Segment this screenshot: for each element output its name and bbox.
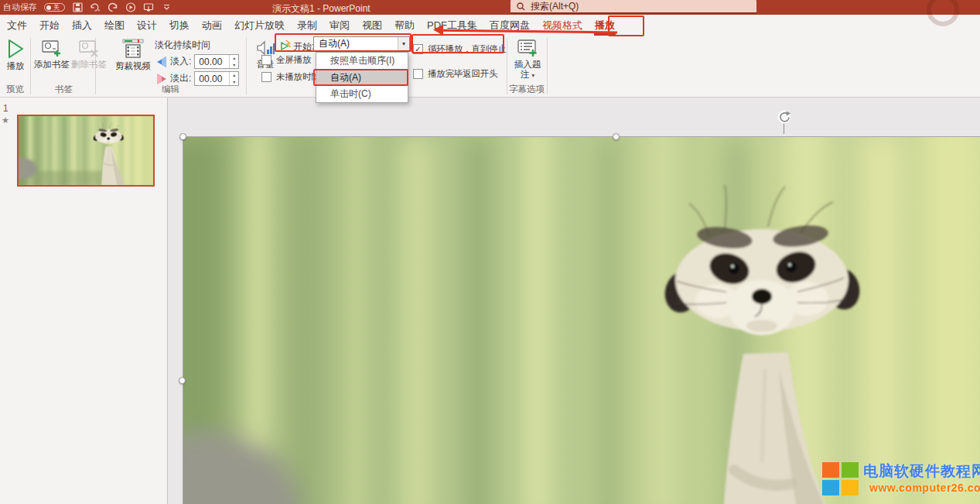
group-divider bbox=[547, 38, 548, 94]
tab-playback[interactable]: 播放 bbox=[592, 15, 618, 36]
rotation-handle-stem bbox=[784, 124, 784, 134]
insert-caption-icon bbox=[517, 39, 538, 57]
rotation-handle[interactable] bbox=[777, 110, 791, 124]
ribbon-tab-bar: 文件 开始 插入 绘图 设计 切换 动画 幻灯片放映 录制 审阅 视图 帮助 P… bbox=[0, 15, 980, 36]
video-object[interactable] bbox=[183, 137, 980, 504]
group-label-editing: 编辑 bbox=[95, 84, 246, 95]
fade-in-spinner[interactable]: ▴▾ bbox=[229, 55, 238, 68]
rotate-icon bbox=[777, 110, 791, 124]
search-placeholder: 搜索(Alt+Q) bbox=[531, 0, 579, 13]
logo-square-green bbox=[842, 462, 859, 478]
fade-in-input[interactable]: 00.00 ▴▾ bbox=[194, 54, 239, 69]
slide-1-thumbnail[interactable] bbox=[17, 115, 155, 187]
tab-design[interactable]: 设计 bbox=[134, 15, 160, 36]
watermark-site-name: 电脑软硬件教程网 bbox=[863, 461, 980, 482]
autosave-toggle[interactable]: 关 bbox=[44, 3, 65, 12]
workspace: 1 ★ bbox=[0, 98, 980, 504]
trim-video-button[interactable]: 剪裁视频 bbox=[114, 39, 152, 71]
tab-insert[interactable]: 插入 bbox=[69, 15, 95, 36]
spin-up-icon[interactable]: ▴ bbox=[230, 72, 238, 79]
start-dropdown[interactable]: 自动(A) ▾ bbox=[313, 36, 410, 51]
resize-handle-top-left[interactable] bbox=[179, 133, 186, 140]
play-button[interactable]: 播放 bbox=[3, 39, 28, 71]
search-icon bbox=[517, 2, 525, 11]
fade-in-value: 00.00 bbox=[195, 57, 229, 67]
menu-item-automatically[interactable]: 自动(A) bbox=[316, 69, 408, 86]
spin-down-icon[interactable]: ▾ bbox=[230, 62, 238, 69]
fade-in-row: 淡入: 00.00 ▴▾ bbox=[156, 54, 239, 69]
ribbon-playback: 播放 预览 添加书签 删除书签 书签 剪裁视频 淡化持续时间 淡入: 00.00… bbox=[0, 36, 980, 98]
remove-bookmark-button: 删除书签 bbox=[71, 39, 107, 70]
checkbox-checked-icon[interactable]: ✓ bbox=[413, 44, 423, 54]
tab-animations[interactable]: 动画 bbox=[199, 15, 225, 36]
document-title: 演示文稿1 - PowerPoint bbox=[272, 2, 370, 15]
tab-slideshow[interactable]: 幻灯片放映 bbox=[231, 15, 288, 36]
start-icon bbox=[280, 39, 292, 54]
start-slideshow-button[interactable] bbox=[125, 2, 136, 13]
slide-canvas bbox=[168, 98, 980, 504]
tab-view[interactable]: 视图 bbox=[359, 15, 385, 36]
chevron-down-icon bbox=[163, 5, 170, 10]
site-watermark: 电脑软硬件教程网 www.computer26.com bbox=[818, 460, 980, 500]
checkbox-unchecked-icon[interactable] bbox=[261, 72, 271, 82]
tab-help[interactable]: 帮助 bbox=[391, 15, 418, 36]
resize-handle-middle-left[interactable] bbox=[179, 377, 186, 384]
fullscreen-checkbox[interactable]: 全屏播放 bbox=[261, 54, 311, 66]
undo-button[interactable] bbox=[90, 2, 101, 13]
fade-duration-label: 淡化持续时间 bbox=[155, 39, 210, 52]
checkbox-unchecked-icon[interactable] bbox=[261, 55, 271, 65]
add-bookmark-icon bbox=[42, 39, 63, 57]
tab-transitions[interactable]: 切换 bbox=[166, 15, 193, 36]
logo-square-blue bbox=[822, 480, 839, 495]
autosave-state: 关 bbox=[53, 5, 60, 11]
qat-menu-button[interactable] bbox=[161, 2, 172, 13]
logo-square-yellow bbox=[842, 480, 859, 495]
autosave-label: 自动保存 bbox=[3, 2, 37, 13]
menu-item-when-clicked[interactable]: 单击时(C) bbox=[316, 86, 408, 102]
redo-button[interactable] bbox=[108, 2, 118, 13]
tab-video-format[interactable]: 视频格式 bbox=[539, 15, 586, 36]
watermark-site-url: www.computer26.com bbox=[869, 482, 980, 494]
slide-number: 1 bbox=[3, 103, 9, 114]
undo-icon bbox=[90, 2, 101, 12]
rewind-after-playing-checkbox[interactable]: 播放完毕返回开头 bbox=[413, 68, 497, 80]
tab-pdf-tools[interactable]: PDF工具集 bbox=[424, 15, 480, 36]
touch-mode-button[interactable] bbox=[143, 2, 154, 13]
dropdown-arrow-icon[interactable]: ▾ bbox=[398, 37, 409, 50]
windows-logo-icon bbox=[822, 462, 859, 496]
insert-caption-button[interactable]: 插入题注 ▾ bbox=[510, 39, 545, 80]
animation-indicator-icon: ★ bbox=[2, 115, 9, 125]
quick-access-toolbar: 自动保存 关 bbox=[3, 0, 172, 15]
touch-mode-icon bbox=[143, 2, 154, 12]
group-label-bookmarks: 书签 bbox=[32, 84, 95, 95]
tab-draw[interactable]: 绘图 bbox=[101, 15, 128, 36]
group-divider bbox=[246, 38, 247, 94]
slide-thumbnail-panel: 1 ★ bbox=[0, 98, 168, 504]
play-icon bbox=[6, 39, 25, 59]
logo-square-orange bbox=[822, 462, 839, 478]
search-box[interactable]: 搜索(Alt+Q) bbox=[510, 0, 756, 14]
loop-until-stopped-checkbox[interactable]: ✓ 循环播放，直到停止 bbox=[413, 43, 507, 55]
spin-up-icon[interactable]: ▴ bbox=[230, 55, 238, 62]
resize-handle-top-center[interactable] bbox=[613, 133, 620, 140]
save-button[interactable] bbox=[72, 2, 83, 13]
checkbox-unchecked-icon[interactable] bbox=[413, 69, 423, 79]
powerpoint-window: 自动保存 关 演示文稿1 - PowerPo bbox=[0, 0, 980, 504]
meerkat-video-frame bbox=[183, 137, 980, 504]
tab-file[interactable]: 文件 bbox=[4, 15, 30, 36]
tab-home[interactable]: 开始 bbox=[36, 15, 63, 36]
toggle-dot-icon bbox=[46, 5, 51, 10]
group-label-captions: 字幕选项 bbox=[507, 84, 547, 95]
trim-video-icon bbox=[121, 39, 145, 59]
save-icon bbox=[73, 2, 83, 12]
start-dropdown-menu: 按照单击顺序(I) 自动(A) 单击时(C) bbox=[316, 52, 408, 103]
add-bookmark-button[interactable]: 添加书签 bbox=[34, 39, 70, 70]
chevron-down-icon: ▾ bbox=[531, 72, 534, 79]
tab-review[interactable]: 审阅 bbox=[326, 15, 353, 36]
redo-icon bbox=[108, 2, 118, 12]
title-bar: 自动保存 关 演示文稿1 - PowerPo bbox=[0, 0, 980, 15]
menu-item-in-click-sequence[interactable]: 按照单击顺序(I) bbox=[316, 53, 408, 69]
tab-record[interactable]: 录制 bbox=[294, 15, 320, 36]
tab-baidu-netdisk[interactable]: 百度网盘 bbox=[487, 15, 533, 36]
group-label-preview: 预览 bbox=[0, 84, 30, 95]
